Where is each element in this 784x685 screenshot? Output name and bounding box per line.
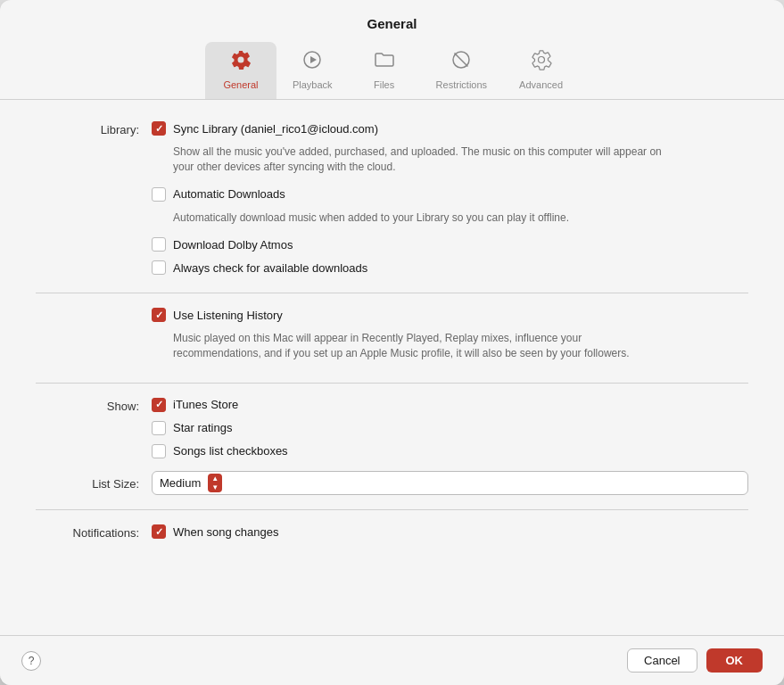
tab-files[interactable]: Files	[349, 42, 420, 99]
tab-playback[interactable]: Playback	[276, 42, 349, 99]
library-label: Library:	[36, 121, 152, 136]
sync-library-label: Sync Library (daniel_rico1@icloud.com)	[173, 122, 378, 136]
divider-3	[36, 509, 748, 510]
listening-history-checkbox[interactable]	[152, 308, 166, 322]
listening-history-content: Use Listening History Music played on th…	[152, 308, 748, 368]
sync-library-description: Show all the music you've added, purchas…	[173, 144, 673, 175]
when-song-changes-row: When song changes	[152, 524, 748, 539]
help-button[interactable]: ?	[21, 651, 41, 671]
auto-downloads-row: Automatic Downloads	[152, 187, 748, 202]
svg-line-3	[455, 54, 468, 67]
dialog-window: General General Playback	[0, 0, 784, 685]
list-size-label: List Size:	[36, 475, 152, 491]
dolby-atmos-row: Download Dolby Atmos	[152, 237, 748, 252]
list-size-content: Medium ▲ ▼	[152, 471, 748, 495]
check-downloads-label: Always check for available downloads	[173, 261, 367, 275]
auto-downloads-description: Automatically download music when added …	[173, 210, 673, 226]
dialog-title: General	[0, 0, 784, 31]
footer-buttons: Cancel OK	[627, 648, 763, 673]
divider-1	[36, 293, 748, 293]
ok-button[interactable]: OK	[706, 648, 763, 673]
folder-icon	[374, 49, 395, 76]
content-area: Library: Sync Library (daniel_rico1@iclo…	[0, 100, 784, 635]
library-content: Sync Library (daniel_rico1@icloud.com) S…	[152, 121, 748, 278]
tab-files-label: Files	[374, 79, 394, 90]
cancel-button[interactable]: Cancel	[627, 648, 697, 673]
tab-advanced-label: Advanced	[519, 79, 563, 90]
itunes-store-label: iTunes Store	[173, 398, 238, 411]
tab-playback-label: Playback	[293, 79, 333, 90]
itunes-store-checkbox[interactable]	[152, 398, 166, 412]
notifications-row: Notifications: When song changes	[36, 524, 748, 542]
dialog-footer: ? Cancel OK	[0, 635, 784, 685]
notifications-content: When song changes	[152, 524, 748, 542]
play-icon	[301, 49, 323, 76]
dolby-atmos-checkbox[interactable]	[152, 237, 166, 252]
check-downloads-row: Always check for available downloads	[152, 260, 748, 275]
star-ratings-label: Star ratings	[173, 421, 232, 434]
sync-library-checkbox[interactable]	[152, 121, 166, 136]
songs-list-checkboxes-checkbox[interactable]	[152, 444, 166, 458]
listening-history-checkbox-row: Use Listening History	[152, 308, 748, 322]
check-downloads-checkbox[interactable]	[152, 260, 166, 275]
stepper-down-icon: ▼	[211, 483, 219, 492]
svg-marker-1	[310, 56, 317, 63]
listening-history-description: Music played on this Mac will appear in …	[173, 331, 673, 361]
show-content: iTunes Store Star ratings Songs list che…	[152, 398, 748, 462]
sync-library-row: Sync Library (daniel_rico1@icloud.com)	[152, 121, 748, 136]
list-size-stepper[interactable]: Medium ▲ ▼	[152, 471, 748, 495]
songs-list-checkboxes-row: Songs list checkboxes	[152, 444, 748, 458]
library-row: Library: Sync Library (daniel_rico1@iclo…	[36, 121, 748, 278]
dolby-atmos-label: Download Dolby Atmos	[173, 238, 293, 252]
songs-list-checkboxes-label: Songs list checkboxes	[173, 444, 288, 458]
show-row: Show: iTunes Store Star ratings Songs li…	[36, 398, 748, 462]
tab-general-label: General	[223, 79, 258, 90]
notifications-label: Notifications:	[36, 524, 152, 540]
auto-downloads-label: Automatic Downloads	[173, 187, 285, 201]
help-icon: ?	[29, 655, 35, 667]
gear-active-icon	[230, 49, 252, 76]
tab-restrictions[interactable]: Restrictions	[420, 42, 503, 99]
when-song-changes-label: When song changes	[173, 525, 279, 539]
tab-general[interactable]: General	[205, 42, 276, 99]
show-label: Show:	[36, 398, 152, 413]
toolbar: General Playback Files	[0, 31, 784, 100]
list-size-value: Medium	[160, 476, 201, 490]
tab-advanced[interactable]: Advanced	[503, 42, 579, 99]
auto-downloads-checkbox[interactable]	[152, 187, 166, 202]
listening-history-row: Use Listening History Music played on th…	[36, 308, 748, 368]
star-ratings-checkbox[interactable]	[152, 421, 166, 435]
listening-history-spacer	[36, 308, 152, 309]
divider-2	[36, 383, 748, 384]
star-ratings-row: Star ratings	[152, 421, 748, 435]
gear-icon	[531, 49, 552, 76]
stepper-up-icon: ▲	[211, 475, 219, 483]
tab-restrictions-label: Restrictions	[436, 79, 487, 90]
listening-history-label: Use Listening History	[173, 309, 283, 322]
restrict-icon	[450, 49, 472, 76]
itunes-store-row: iTunes Store	[152, 398, 748, 412]
list-size-row: List Size: Medium ▲ ▼	[36, 471, 748, 495]
stepper-arrows[interactable]: ▲ ▼	[208, 474, 222, 492]
when-song-changes-checkbox[interactable]	[152, 524, 166, 539]
